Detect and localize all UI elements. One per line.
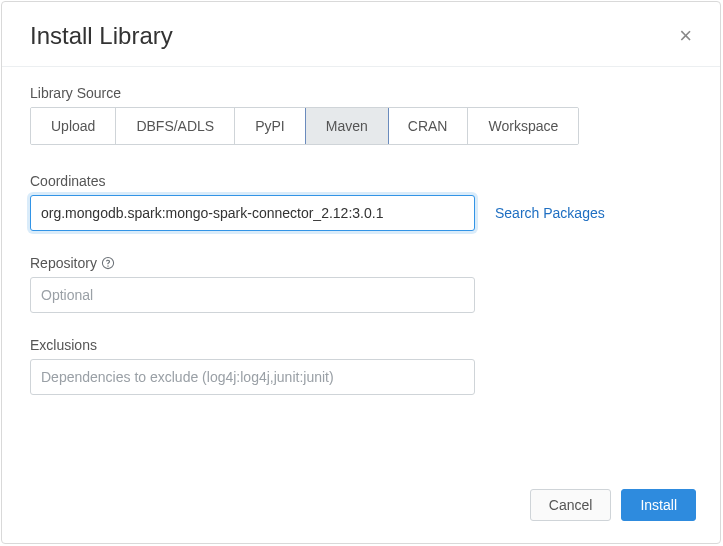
repository-label: Repository bbox=[30, 255, 692, 271]
install-library-dialog: Install Library × Library Source Upload … bbox=[1, 1, 721, 544]
help-icon[interactable] bbox=[101, 256, 115, 270]
coordinates-line: Search Packages bbox=[30, 195, 692, 231]
dialog-body: Library Source Upload DBFS/ADLS PyPI Mav… bbox=[2, 67, 720, 475]
dialog-header: Install Library × bbox=[2, 2, 720, 67]
exclusions-input[interactable] bbox=[30, 359, 475, 395]
exclusions-label: Exclusions bbox=[30, 337, 692, 353]
tab-workspace[interactable]: Workspace bbox=[468, 108, 578, 144]
coordinates-label: Coordinates bbox=[30, 173, 692, 189]
install-button[interactable]: Install bbox=[621, 489, 696, 521]
tab-pypi[interactable]: PyPI bbox=[235, 108, 306, 144]
dialog-title: Install Library bbox=[30, 22, 173, 50]
library-source-label: Library Source bbox=[30, 85, 692, 101]
coordinates-section: Coordinates Search Packages bbox=[30, 173, 692, 231]
tab-cran[interactable]: CRAN bbox=[388, 108, 469, 144]
close-button[interactable]: × bbox=[679, 25, 692, 47]
repository-input[interactable] bbox=[30, 277, 475, 313]
search-packages-link[interactable]: Search Packages bbox=[495, 205, 605, 221]
library-source-section: Library Source Upload DBFS/ADLS PyPI Mav… bbox=[30, 85, 692, 145]
repository-label-text: Repository bbox=[30, 255, 97, 271]
exclusions-section: Exclusions bbox=[30, 337, 692, 395]
coordinates-input[interactable] bbox=[30, 195, 475, 231]
cancel-button[interactable]: Cancel bbox=[530, 489, 612, 521]
library-source-tabs: Upload DBFS/ADLS PyPI Maven CRAN Workspa… bbox=[30, 107, 579, 145]
dialog-footer: Cancel Install bbox=[2, 475, 720, 543]
tab-upload[interactable]: Upload bbox=[31, 108, 116, 144]
tab-dbfs-adls[interactable]: DBFS/ADLS bbox=[116, 108, 235, 144]
tab-maven[interactable]: Maven bbox=[305, 107, 389, 145]
repository-section: Repository bbox=[30, 255, 692, 313]
